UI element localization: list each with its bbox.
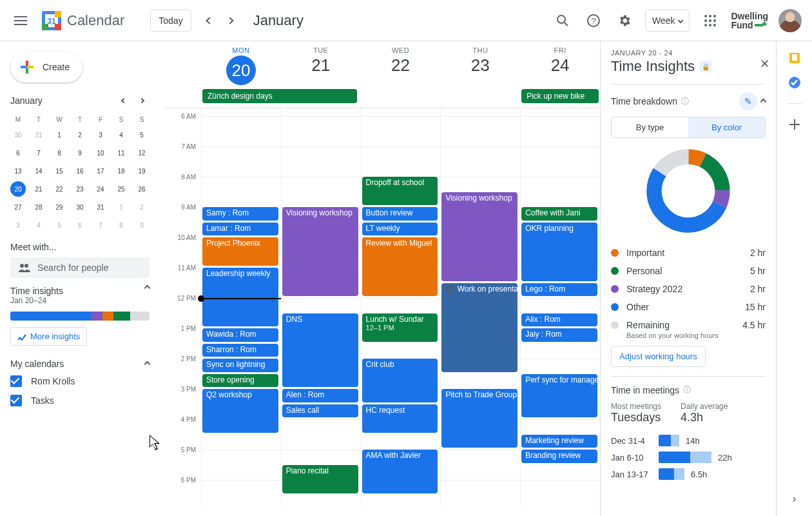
- calendar-event[interactable]: Perf sync for managers: [521, 374, 597, 418]
- mini-day[interactable]: 24: [93, 181, 108, 197]
- mini-day[interactable]: 8: [113, 217, 129, 233]
- calendar-event[interactable]: Visioning workshop: [282, 207, 358, 296]
- calendar-event[interactable]: Pitch to Trade Group: [441, 389, 517, 448]
- calendar-event[interactable]: Lego : Rom: [521, 283, 597, 297]
- calendar-event[interactable]: LT weekly: [362, 223, 438, 236]
- calendar-event[interactable]: OKR planning: [521, 223, 597, 281]
- mini-day[interactable]: 27: [10, 199, 26, 215]
- mini-next-button[interactable]: [134, 93, 150, 108]
- mini-day[interactable]: 4: [31, 217, 46, 233]
- view-selector[interactable]: Week: [645, 10, 690, 32]
- calendar-event[interactable]: AMA with Javier: [362, 450, 438, 493]
- collapse-icon[interactable]: [760, 98, 767, 104]
- calendar-event[interactable]: Crit club: [362, 359, 438, 402]
- mini-day[interactable]: 16: [72, 163, 88, 179]
- info-icon[interactable]: ⓘ: [683, 384, 691, 395]
- tasks-icon[interactable]: [788, 76, 801, 89]
- day-header[interactable]: THU23: [440, 41, 520, 88]
- main-menu-button[interactable]: [5, 5, 36, 36]
- calendar-event[interactable]: Q2 workshop: [202, 389, 278, 433]
- allday-event[interactable]: Pick up new bike: [521, 89, 599, 103]
- calendar-event[interactable]: Coffee with Jani: [521, 207, 597, 221]
- calendar-event[interactable]: HC request: [362, 404, 438, 433]
- calendar-event[interactable]: Sharron : Rom: [202, 344, 278, 357]
- calendar-item[interactable]: Tasks: [5, 391, 155, 410]
- mini-day[interactable]: 4: [113, 127, 129, 143]
- day-header[interactable]: TUE21: [281, 41, 361, 88]
- day-header[interactable]: FRI24: [520, 41, 600, 88]
- mini-day[interactable]: 30: [72, 199, 88, 215]
- edit-breakdown-button[interactable]: ✎: [739, 92, 757, 110]
- support-button[interactable]: ?: [578, 5, 609, 36]
- checkbox-icon[interactable]: [10, 395, 22, 406]
- calendar-event[interactable]: Button review: [362, 207, 438, 221]
- mini-day[interactable]: 14: [31, 163, 46, 179]
- settings-button[interactable]: [609, 5, 640, 36]
- calendar-event[interactable]: Sync on lightning: [202, 359, 278, 372]
- seg-by-type[interactable]: By type: [612, 117, 688, 137]
- mini-day[interactable]: 6: [10, 145, 26, 161]
- mini-day[interactable]: 7: [93, 217, 108, 233]
- mini-day[interactable]: 17: [93, 163, 108, 179]
- mini-day[interactable]: 2: [134, 199, 150, 215]
- day-header[interactable]: MON20: [201, 41, 281, 88]
- calendar-event[interactable]: Samy : Rom: [202, 207, 278, 221]
- mini-day[interactable]: 15: [52, 163, 67, 179]
- mini-day[interactable]: 5: [134, 127, 150, 143]
- info-icon[interactable]: ⓘ: [681, 96, 689, 107]
- calendar-event[interactable]: Lamar : Rom: [202, 223, 278, 236]
- mini-day[interactable]: 11: [113, 145, 129, 161]
- mini-day[interactable]: 5: [52, 217, 67, 233]
- mini-day[interactable]: 7: [31, 145, 46, 161]
- mini-day[interactable]: 10: [93, 145, 108, 161]
- expand-rail-button[interactable]: ›: [793, 492, 797, 506]
- mini-day[interactable]: 22: [52, 181, 67, 197]
- mini-day[interactable]: 1: [52, 127, 67, 143]
- mini-day[interactable]: 31: [31, 127, 46, 143]
- calendar-event[interactable]: Dropoff at school: [362, 177, 438, 205]
- mini-day[interactable]: 19: [134, 163, 150, 179]
- calendar-event[interactable]: 🎧 Work on presentation: [441, 283, 517, 372]
- adjust-hours-button[interactable]: Adjust working hours: [611, 346, 706, 367]
- calendar-event[interactable]: Jaiy : Rom: [521, 328, 597, 342]
- calendar-event[interactable]: Sales call: [282, 404, 358, 418]
- calendar-event[interactable]: Wawida : Rom: [202, 328, 278, 342]
- day-header[interactable]: WED22: [361, 41, 441, 88]
- calendar-event[interactable]: Project Phoenix: [202, 237, 278, 266]
- today-button[interactable]: Today: [150, 10, 191, 32]
- mini-day[interactable]: 13: [10, 163, 26, 179]
- keep-icon[interactable]: [788, 52, 801, 64]
- calendar-event[interactable]: Marketing review: [521, 435, 597, 448]
- mini-day[interactable]: 2: [72, 127, 88, 143]
- calendar-event[interactable]: Piano recital: [282, 465, 358, 493]
- calendar-item[interactable]: Rom Krolls: [5, 372, 155, 391]
- checkbox-icon[interactable]: [10, 375, 22, 387]
- mini-day[interactable]: 29: [52, 199, 67, 215]
- calendar-event[interactable]: Alen : Rom: [282, 389, 358, 402]
- calendar-event[interactable]: Store opening: [202, 374, 278, 388]
- mini-day[interactable]: 3: [93, 127, 108, 143]
- calendar-event[interactable]: Leadership weekly: [202, 268, 278, 326]
- calendar-event[interactable]: Review with Miguel: [362, 237, 438, 296]
- mini-prev-button[interactable]: [116, 93, 131, 108]
- add-addon-icon[interactable]: [788, 118, 801, 131]
- mini-day[interactable]: 1: [113, 199, 129, 215]
- mini-day[interactable]: 25: [113, 181, 129, 197]
- calendar-event[interactable]: DNS: [282, 313, 358, 388]
- mini-day[interactable]: 23: [72, 181, 88, 197]
- calendar-event[interactable]: Lunch w/ Sundar12–1 PM: [362, 313, 438, 342]
- mini-day[interactable]: 20: [10, 181, 26, 197]
- mini-day[interactable]: 26: [134, 181, 150, 197]
- account-avatar[interactable]: [778, 9, 802, 32]
- mini-day[interactable]: 9: [134, 217, 150, 233]
- google-apps-button[interactable]: [695, 5, 726, 36]
- close-insights-button[interactable]: ✕: [760, 57, 769, 71]
- collapse-icon[interactable]: [144, 285, 151, 292]
- mini-day[interactable]: 28: [31, 199, 46, 215]
- mini-day[interactable]: 9: [72, 145, 88, 161]
- mini-day[interactable]: 18: [113, 163, 129, 179]
- mini-day[interactable]: 31: [93, 199, 108, 215]
- mini-day[interactable]: 3: [10, 217, 26, 233]
- more-insights-button[interactable]: More insights: [10, 327, 87, 346]
- mini-day[interactable]: 6: [72, 217, 88, 233]
